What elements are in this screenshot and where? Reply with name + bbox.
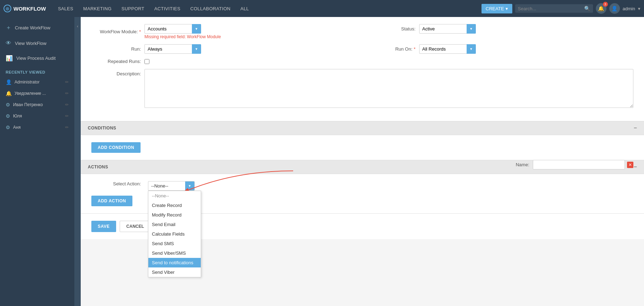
- create-label: CREATE: [486, 6, 504, 11]
- status-label: Status:: [366, 26, 416, 31]
- recent-item-0[interactable]: 👤 Administrator ✏: [0, 76, 74, 88]
- dropdown-option-send-viber-sms[interactable]: Send Viber/SMS: [148, 248, 201, 258]
- dropdown-option-send-email[interactable]: Send Email: [148, 220, 201, 229]
- sidebar-view-label: View WorkFlow: [15, 41, 46, 46]
- edit-icon-4[interactable]: ✏: [65, 125, 69, 130]
- gear-icon-3: ⚙: [6, 113, 10, 119]
- select-action-label: Select Action:: [91, 181, 141, 186]
- save-button[interactable]: SAVE: [91, 221, 116, 232]
- workflow-module-select[interactable]: Accounts: [144, 24, 201, 34]
- add-action-button[interactable]: ADD ACTION: [91, 196, 132, 206]
- status-select[interactable]: Active: [419, 24, 476, 34]
- notification-bell[interactable]: 🔔 3: [596, 3, 606, 14]
- nav-sales[interactable]: SALES: [53, 0, 78, 17]
- run-on-select[interactable]: All Records: [419, 44, 476, 54]
- nav-marketing[interactable]: MARKETING: [78, 0, 116, 17]
- cancel-button[interactable]: CANCEL: [120, 221, 151, 232]
- action-dropdown-menu: --None-- Create Record Modify Record Sen…: [148, 191, 201, 277]
- module-error: Missing required field: WorkFlow Module: [144, 34, 221, 39]
- name-label: Name:: [480, 162, 529, 167]
- add-condition-button[interactable]: ADD CONDITION: [91, 142, 141, 153]
- gear-icon-2: ⚙: [6, 102, 10, 108]
- remove-action-button[interactable]: ✕: [627, 162, 633, 168]
- search-box: 🔍: [515, 4, 593, 13]
- create-button[interactable]: CREATE ▾: [481, 4, 512, 13]
- search-input[interactable]: [518, 6, 582, 11]
- form-col-module: WorkFlow Module: * Accounts ▾ Missing re…: [91, 24, 359, 39]
- gear-icon-4: ⚙: [6, 125, 10, 130]
- dropdown-option-calculate-fields[interactable]: Calculate Fields: [148, 229, 201, 239]
- recent-label-0: Administrator: [15, 80, 40, 85]
- name-input[interactable]: [533, 160, 625, 169]
- dropdown-option-send-viber[interactable]: Send Viber: [148, 267, 201, 277]
- eye-icon: 👁: [6, 40, 11, 46]
- recent-item-4[interactable]: ⚙ Аня ✏: [0, 122, 74, 133]
- run-on-label: Run On: *: [366, 46, 416, 52]
- bell-icon-1: 🔔: [6, 91, 12, 96]
- user-icons: 🔔 3 👤 admin ▾: [596, 3, 640, 14]
- main-layout: ＋ Create WorkFlow 👁 View WorkFlow 📊 View…: [0, 17, 644, 306]
- repeated-runs-checkbox[interactable]: [144, 59, 149, 64]
- dropdown-option-send-sms[interactable]: Send SMS: [148, 239, 201, 248]
- nav-right: CREATE ▾ 🔍 🔔 3 👤 admin ▾: [481, 3, 640, 14]
- create-chevron-icon: ▾: [506, 6, 508, 11]
- search-icon[interactable]: 🔍: [584, 6, 590, 11]
- sidebar-item-create-workflow[interactable]: ＋ Create WorkFlow: [0, 20, 74, 36]
- sidebar-audit-label: View Process Audit: [16, 56, 56, 61]
- edit-icon-1[interactable]: ✏: [65, 91, 69, 96]
- user-label: admin: [623, 6, 635, 11]
- run-select-wrap: Always ▾: [144, 44, 201, 54]
- workflow-module-label: WorkFlow Module: *: [91, 29, 141, 34]
- actions-row: Select Action: --None-- ▾ --None-- Creat…: [91, 181, 633, 191]
- edit-icon-0[interactable]: ✏: [65, 80, 69, 85]
- nav-collaboration[interactable]: COLLABORATION: [186, 0, 235, 17]
- form-row-1: WorkFlow Module: * Accounts ▾ Missing re…: [91, 24, 633, 39]
- select-action-arrow-icon[interactable]: ▾: [185, 181, 194, 190]
- recently-viewed-title: Recently Viewed: [0, 66, 74, 76]
- recent-item-3[interactable]: ⚙ Юля ✏: [0, 110, 74, 122]
- user-avatar[interactable]: 👤: [609, 3, 620, 14]
- logo: ◎ WORKFLOW: [4, 5, 46, 12]
- recent-item-2[interactable]: ⚙ Иван Петренко ✏: [0, 99, 74, 110]
- sidebar-create-label: Create WorkFlow: [15, 25, 50, 30]
- dropdown-option-none[interactable]: --None--: [148, 191, 201, 201]
- edit-icon-2[interactable]: ✏: [65, 102, 69, 107]
- form-row-description: Description:: [91, 69, 633, 109]
- nav-all[interactable]: ALL: [235, 0, 254, 17]
- nav-activities[interactable]: ACTIVITIES: [149, 0, 186, 17]
- recent-label-2: Иван Петренко: [13, 102, 43, 107]
- nav-items: SALES MARKETING SUPPORT ACTIVITIES COLLA…: [53, 0, 481, 17]
- top-nav: ◎ WORKFLOW SALES MARKETING SUPPORT ACTIV…: [0, 0, 644, 17]
- description-textarea[interactable]: [144, 69, 633, 108]
- edit-icon-3[interactable]: ✏: [65, 114, 69, 119]
- sidebar-item-view-process-audit[interactable]: 📊 View Process Audit: [0, 51, 74, 66]
- recent-label-3: Юля: [13, 114, 22, 119]
- recent-label-1: Уведомление ...: [15, 91, 46, 96]
- run-select[interactable]: Always: [144, 44, 201, 54]
- conditions-collapse-button[interactable]: −: [634, 125, 637, 131]
- nav-support[interactable]: SUPPORT: [116, 0, 149, 17]
- content: WorkFlow Module: * Accounts ▾ Missing re…: [81, 17, 644, 306]
- workflow-module-select-wrap: Accounts ▾: [144, 24, 201, 34]
- sidebar-collapse-arrow[interactable]: ‹: [74, 17, 81, 306]
- conditions-section-header: CONDITIONS −: [81, 121, 644, 135]
- plus-icon: ＋: [6, 24, 11, 31]
- form-col-repeated: Repeated Runs:: [91, 59, 359, 64]
- form-col-status: Status: Active ▾: [366, 24, 634, 34]
- form-row-3: Repeated Runs:: [91, 59, 633, 64]
- run-on-select-wrap: All Records ▾: [419, 44, 476, 54]
- person-icon-0: 👤: [6, 79, 12, 85]
- dropdown-option-modify-record[interactable]: Modify Record: [148, 210, 201, 220]
- user-chevron-icon: ▾: [638, 6, 640, 11]
- dropdown-option-send-to-notifications[interactable]: Send to notifications: [148, 258, 201, 267]
- recent-item-1[interactable]: 🔔 Уведомление ... ✏: [0, 88, 74, 99]
- select-action-wrap: --None-- ▾ --None-- Create Record Modify…: [148, 181, 195, 191]
- logo-icon: ◎: [4, 5, 11, 12]
- dropdown-option-create-record[interactable]: Create Record: [148, 201, 201, 210]
- notification-badge: 3: [603, 2, 608, 7]
- actions-collapse-button[interactable]: −: [634, 164, 637, 170]
- chart-icon: 📊: [6, 55, 13, 62]
- sidebar: ＋ Create WorkFlow 👁 View WorkFlow 📊 View…: [0, 17, 74, 306]
- description-wrap: [144, 69, 633, 109]
- sidebar-item-view-workflow[interactable]: 👁 View WorkFlow: [0, 36, 74, 51]
